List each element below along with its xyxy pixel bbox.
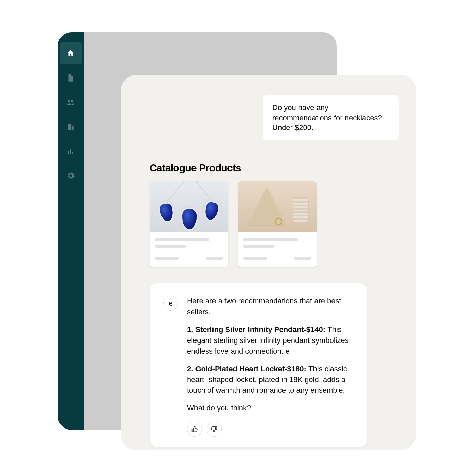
thumbs-up-button[interactable]	[187, 422, 202, 437]
sidebar-nav	[58, 32, 84, 430]
product-meta-placeholder	[150, 232, 228, 267]
assistant-outro-text: What do you think?	[187, 403, 352, 414]
building-icon	[66, 122, 75, 131]
sidebar-item-document[interactable]	[60, 67, 82, 89]
product-cards-row	[150, 181, 393, 267]
sidebar-item-people[interactable]	[60, 91, 82, 113]
user-message-bubble: Do you have any recommendations for neck…	[263, 95, 399, 140]
people-icon	[66, 98, 75, 107]
bar-chart-icon	[66, 147, 75, 156]
chat-panel: Do you have any recommendations for neck…	[121, 75, 417, 450]
thumbs-up-icon	[191, 425, 198, 433]
document-icon	[66, 73, 75, 82]
assistant-reply-body: Here are a two recommendations that are …	[187, 296, 352, 437]
recommendation-1: 1. Sterling Silver Infinity Pendant-$140…	[187, 324, 352, 357]
home-icon	[66, 49, 75, 58]
thumbs-down-icon	[210, 425, 218, 433]
thumbs-down-button[interactable]	[207, 422, 222, 437]
product-card[interactable]	[150, 181, 228, 267]
assistant-intro-text: Here are a two recommendations that are …	[187, 296, 352, 317]
assistant-reply-card: e Here are a two recommendations that ar…	[150, 283, 367, 447]
product-card[interactable]	[238, 181, 317, 267]
product-image	[238, 181, 317, 232]
feedback-buttons	[187, 422, 352, 437]
sidebar-item-building[interactable]	[60, 116, 82, 138]
sidebar-item-home[interactable]	[60, 42, 82, 64]
sidebar-item-stats[interactable]	[60, 140, 82, 162]
sidebar-item-settings[interactable]	[60, 165, 82, 187]
gear-icon	[66, 171, 75, 180]
assistant-avatar: e	[163, 296, 178, 311]
recommendation-2: 2. Gold-Plated Heart Locket-$180: This c…	[187, 364, 352, 396]
catalogue-title: Catalogue Products	[150, 162, 393, 174]
product-meta-placeholder	[238, 232, 317, 267]
product-image	[150, 181, 228, 232]
